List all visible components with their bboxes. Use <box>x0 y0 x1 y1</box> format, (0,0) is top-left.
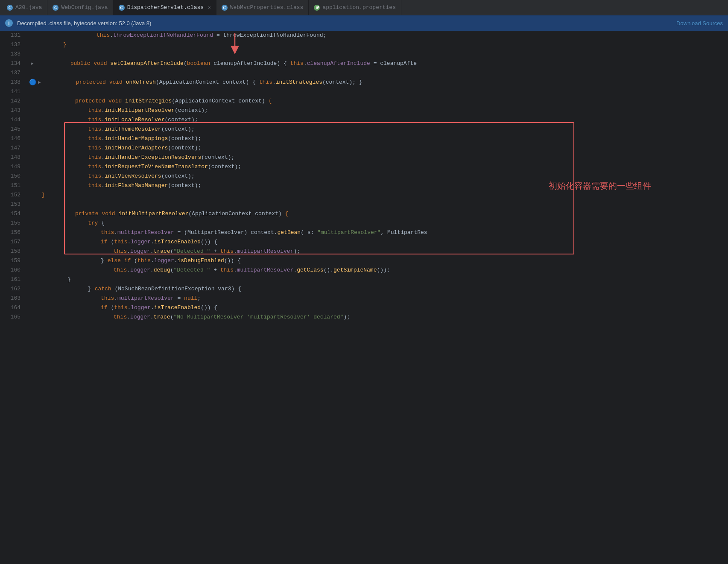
tab-a20[interactable]: C A20.java <box>2 0 47 15</box>
info-icon: i <box>5 19 13 27</box>
code-line-165: this.logger.trace("No MultipartResolver … <box>29 313 728 322</box>
tab-webmvc[interactable]: C WebMvcProperties.class <box>216 0 309 15</box>
download-sources-link[interactable]: Download Sources <box>676 20 723 26</box>
info-bar: i Decompiled .class file, bytecode versi… <box>0 15 728 31</box>
tab-icon-appprops: ⚙ <box>314 5 320 11</box>
tab-icon-webmvc: C <box>222 5 228 11</box>
code-line-131: this.throwExceptionIfNoHandlerFound = th… <box>29 31 728 40</box>
tab-bar: C A20.java C WebConfig.java C Dispatcher… <box>0 0 728 15</box>
code-line-154: private void initMultipartResolver(Appli… <box>29 209 728 219</box>
tab-icon-a20: C <box>7 5 13 11</box>
code-area: 初始化容器需要的一些组件 131 132 133 134 137 138 141… <box>0 31 728 564</box>
info-message: Decompiled .class file, bytecode version… <box>17 20 676 26</box>
tab-label-dispatcher: DispatcherServlet.class <box>127 4 204 11</box>
code-line-134: ▶ public void setCleanupAfterInclude(boo… <box>29 59 728 68</box>
code-lines: this.throwExceptionIfNoHandlerFound = th… <box>26 31 728 564</box>
tab-icon-webconfig: C <box>53 5 58 11</box>
tab-label-webconfig: WebConfig.java <box>61 4 108 11</box>
tab-label-webmvc: WebMvcProperties.class <box>230 4 304 11</box>
code-line-138: 🔵 ▶ protected void onRefresh(Application… <box>29 78 728 87</box>
code-line-160: this.logger.debug("Detected " + this.mul… <box>29 266 728 275</box>
tab-webconfig[interactable]: C WebConfig.java <box>47 0 113 15</box>
tab-label-a20: A20.java <box>15 4 42 11</box>
code-line-151: this.initFlashMapManager(context); <box>29 181 728 190</box>
tab-close-dispatcher[interactable]: ✕ <box>208 5 211 10</box>
code-content: 131 132 133 134 137 138 141 142 143 144 … <box>0 31 728 564</box>
tab-appprops[interactable]: ⚙ application.properties <box>309 0 401 15</box>
tab-icon-dispatcher: C <box>119 5 125 11</box>
code-line-132: } <box>29 40 728 50</box>
tab-dispatcher[interactable]: C DispatcherServlet.class ✕ <box>114 0 216 15</box>
line-numbers: 131 132 133 134 137 138 141 142 143 144 … <box>0 31 26 564</box>
tab-label-appprops: application.properties <box>322 4 396 11</box>
code-line-152: } <box>29 190 728 200</box>
